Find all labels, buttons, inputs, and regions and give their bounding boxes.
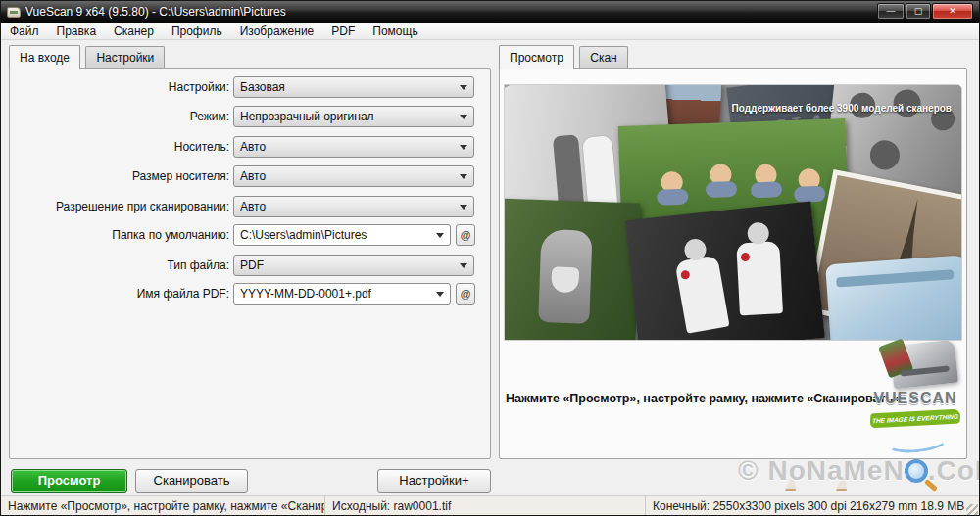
figure [674,255,729,334]
scan-resolution-label: Разрешение при сканировании: [14,196,229,217]
media-size-label: Размер носителя: [14,165,229,187]
pdf-filename-value: YYYY-MM-DD-0001+.pdf [234,287,436,301]
preview-tabstrip: Просмотр Скан [499,45,629,69]
maximize-button[interactable]: ▢ [906,3,931,20]
watermark: © NoNaMeN.CoM [738,455,980,487]
photo-dog [504,199,641,341]
figure [868,139,901,171]
watermark-sail-icon [836,475,847,489]
window-title: VueScan 9 x64 (9.5.80) - C:\Users\admin\… [25,5,286,19]
watermark-prefix: © NoNaMeN [738,455,905,486]
mode-label: Режим: [14,106,229,127]
pdf-filename-at-button[interactable]: @ [456,283,475,305]
minimize-button[interactable]: — [877,3,905,20]
media-size-value: Авто [234,169,460,183]
mode-dropdown[interactable]: Непрозрачный оригинал [233,106,474,127]
menu-help[interactable]: Помощь [364,23,426,40]
scan-button[interactable]: Сканировать [135,469,248,493]
photo-scanner-device [825,255,962,341]
status-bar: Нажмите «Просмотр», настройте рамку, наж… [1,495,979,516]
settings-plus-button[interactable]: Настройки+ [377,469,491,493]
preview-instruction-text: Нажмите «Просмотр», настройте рамку, наж… [506,392,900,405]
figure [736,241,783,315]
scanner-models-banner: Поддерживает более 3900 моделей сканеров [732,103,952,114]
pdf-filename-label: Имя файла PDF: [14,283,229,305]
chevron-down-icon [460,84,466,91]
chevron-down-icon [436,291,443,298]
magnifier-lens-icon [905,459,928,483]
figure [755,164,777,186]
default-folder-value: C:\Users\admin\Pictures [234,228,436,242]
figure [798,168,820,191]
settings-label: Настройки: [14,76,229,98]
title-bar[interactable]: VueScan 9 x64 (9.5.80) - C:\Users\admin\… [1,1,979,23]
scan-resolution-dropdown[interactable]: Авто [233,196,474,217]
chevron-down-icon [460,173,466,180]
scanner-logo-icon [890,340,958,390]
media-dropdown[interactable]: Авто [233,136,474,158]
menu-scanner[interactable]: Сканер [105,23,163,40]
mode-value: Непрозрачный оригинал [234,110,460,123]
menu-file[interactable]: Файл [1,23,48,40]
photo-two-boys-bw [625,201,825,341]
tab-input[interactable]: На входе [9,45,80,69]
figure [710,164,732,186]
watermark-suffix: .CoM [928,455,980,486]
chevron-down-icon [460,144,466,151]
file-type-value: PDF [234,258,460,272]
file-type-label: Тип файла: [14,255,229,276]
tab-scan[interactable]: Скан [579,46,627,69]
chevron-down-icon [460,114,466,120]
pdf-filename-combo[interactable]: YYYY-MM-DD-0001+.pdf [233,283,451,305]
resize-grip[interactable] [966,504,978,516]
logo-swoosh [885,428,950,456]
chevron-down-icon [460,204,466,211]
logo-tagline: THE IMAGE IS EVERYTHING [872,413,958,425]
preview-image[interactable]: SNAP [504,84,962,341]
media-size-dropdown[interactable]: Авто [233,165,474,187]
scan-resolution-value: Авто [234,200,460,213]
status-hint: Нажмите «Просмотр», настройте рамку, наж… [1,496,324,516]
close-button[interactable]: ✕ [932,3,973,20]
menu-image[interactable]: Изображение [231,23,323,40]
input-panel: Настройки: Базовая Режим: Непрозрачный о… [9,68,491,459]
media-label: Носитель: [14,136,229,158]
menu-bar: Файл Правка Сканер Профиль Изображение P… [1,23,979,40]
dog-shape [538,229,592,324]
logo-brush-stroke: THE IMAGE IS EVERYTHING [870,409,961,429]
preview-panel: SNAP [499,68,967,459]
file-type-dropdown[interactable]: PDF [233,255,474,276]
media-value: Авто [234,140,460,154]
chevron-down-icon [436,232,443,239]
default-folder-combo[interactable]: C:\Users\admin\Pictures [233,224,451,246]
watermark-sail-icon [785,475,796,489]
settings-dropdown[interactable]: Базовая [233,76,474,98]
app-icon [7,7,21,18]
vuescan-logo: VueScan THE IMAGE IS EVERYTHING [868,343,962,456]
figure [661,171,683,194]
logo-name: VueScan [868,390,962,407]
default-folder-label: Папка по умолчанию: [14,224,229,246]
app-window: VueScan 9 x64 (9.5.80) - C:\Users\admin\… [0,0,980,516]
status-source-file: Исходный: raw0001.tif [324,496,645,516]
input-tabstrip: На входе Настройки [9,45,166,69]
tab-settings[interactable]: Настройки [85,46,165,69]
status-output-info: Конечный: 2550x3300 pixels 300 dpi 216x2… [645,496,979,516]
default-folder-at-button[interactable]: @ [456,224,475,246]
chevron-down-icon [460,262,466,269]
tab-preview[interactable]: Просмотр [499,45,574,69]
menu-edit[interactable]: Правка [48,23,106,40]
settings-value: Базовая [234,80,460,94]
menu-pdf[interactable]: PDF [322,23,364,40]
menu-profile[interactable]: Профиль [163,23,231,40]
preview-button[interactable]: Просмотр [11,469,127,493]
